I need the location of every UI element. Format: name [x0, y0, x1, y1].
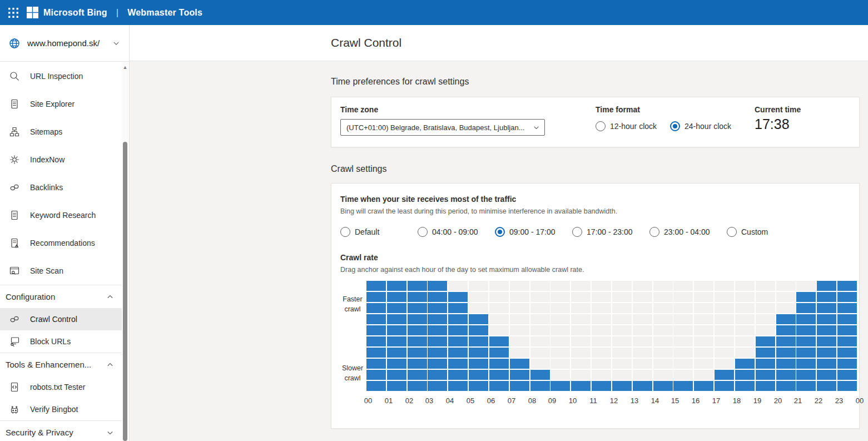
crawl-rate-cell[interactable] — [776, 303, 796, 313]
crawl-rate-cell[interactable] — [550, 336, 570, 346]
crawl-rate-cell[interactable] — [673, 359, 693, 369]
crawl-rate-cell[interactable] — [550, 370, 570, 380]
crawl-rate-cell[interactable] — [715, 292, 734, 302]
sidebar-item-sitemaps[interactable]: Sitemaps — [0, 118, 122, 146]
crawl-rate-cell[interactable] — [633, 325, 652, 335]
crawl-rate-cell[interactable] — [694, 281, 713, 291]
crawl-rate-cell[interactable] — [612, 348, 632, 358]
crawl-rate-cell[interactable] — [448, 281, 468, 291]
crawl-rate-cell[interactable] — [612, 336, 632, 346]
radio-option[interactable]: 24-hour clock — [670, 121, 731, 131]
sidebar-group-header[interactable]: Tools & Enhancemen... — [0, 353, 122, 376]
crawl-rate-cell[interactable] — [735, 314, 755, 324]
crawl-rate-cell[interactable] — [469, 381, 488, 391]
crawl-rate-cell[interactable] — [817, 303, 836, 313]
crawl-rate-cell[interactable] — [592, 314, 611, 324]
crawl-rate-cell[interactable] — [673, 381, 693, 391]
crawl-rate-cell[interactable] — [387, 314, 406, 324]
crawl-rate-cell[interactable] — [776, 336, 796, 346]
crawl-rate-cell[interactable] — [837, 370, 857, 380]
crawl-rate-cell[interactable] — [366, 303, 386, 313]
crawl-rate-cell[interactable] — [837, 381, 857, 391]
crawl-rate-cell[interactable] — [837, 325, 857, 335]
crawl-rate-cell[interactable] — [694, 348, 713, 358]
crawl-rate-cell[interactable] — [387, 292, 406, 302]
crawl-rate-cell[interactable] — [571, 292, 591, 302]
sidebar-item-verify-bingbot[interactable]: Verify Bingbot — [0, 398, 122, 420]
sidebar-item-site-explorer[interactable]: Site Explorer — [0, 90, 122, 118]
crawl-rate-cell[interactable] — [837, 292, 857, 302]
crawl-rate-cell[interactable] — [428, 292, 447, 302]
crawl-rate-cell[interactable] — [550, 325, 570, 335]
crawl-rate-cell[interactable] — [571, 325, 591, 335]
crawl-rate-cell[interactable] — [735, 381, 755, 391]
crawl-rate-cell[interactable] — [756, 292, 775, 302]
crawl-rate-cell[interactable] — [592, 370, 611, 380]
crawl-rate-cell[interactable] — [428, 303, 447, 313]
crawl-rate-cell[interactable] — [592, 325, 611, 335]
sidebar-item-recommendations[interactable]: Recommendations — [0, 229, 122, 257]
crawl-rate-cell[interactable] — [571, 303, 591, 313]
crawl-rate-cell[interactable] — [653, 359, 673, 369]
crawl-rate-cell[interactable] — [592, 359, 611, 369]
crawl-rate-cell[interactable] — [796, 359, 816, 369]
crawl-rate-cell[interactable] — [489, 314, 509, 324]
crawl-rate-cell[interactable] — [817, 348, 836, 358]
crawl-rate-cell[interactable] — [776, 359, 796, 369]
crawl-rate-cell[interactable] — [633, 303, 652, 313]
crawl-rate-cell[interactable] — [694, 381, 713, 391]
crawl-rate-cell[interactable] — [530, 281, 550, 291]
crawl-rate-cell[interactable] — [735, 359, 755, 369]
crawl-rate-cell[interactable] — [510, 292, 529, 302]
crawl-rate-cell[interactable] — [633, 292, 652, 302]
crawl-rate-cell[interactable] — [489, 336, 509, 346]
crawl-rate-cell[interactable] — [489, 381, 509, 391]
crawl-rate-cell[interactable] — [530, 303, 550, 313]
crawl-rate-cell[interactable] — [612, 314, 632, 324]
crawl-rate-cell[interactable] — [489, 292, 509, 302]
crawl-rate-cell[interactable] — [673, 370, 693, 380]
crawl-rate-cell[interactable] — [837, 359, 857, 369]
crawl-rate-cell[interactable] — [796, 303, 816, 313]
crawl-rate-cell[interactable] — [715, 303, 734, 313]
crawl-rate-cell[interactable] — [796, 348, 816, 358]
crawl-rate-cell[interactable] — [510, 381, 529, 391]
crawl-rate-cell[interactable] — [530, 336, 550, 346]
crawl-rate-cell[interactable] — [550, 292, 570, 302]
crawl-rate-cell[interactable] — [735, 281, 755, 291]
crawl-rate-cell[interactable] — [633, 336, 652, 346]
crawl-rate-cell[interactable] — [571, 381, 591, 391]
crawl-rate-cell[interactable] — [735, 336, 755, 346]
crawl-rate-cell[interactable] — [612, 292, 632, 302]
crawl-rate-cell[interactable] — [448, 336, 468, 346]
crawl-rate-cell[interactable] — [673, 336, 693, 346]
crawl-rate-cell[interactable] — [510, 314, 529, 324]
crawl-rate-cell[interactable] — [837, 314, 857, 324]
crawl-rate-cell[interactable] — [776, 281, 796, 291]
crawl-rate-cell[interactable] — [550, 359, 570, 369]
crawl-rate-cell[interactable] — [673, 303, 693, 313]
crawl-rate-cell[interactable] — [633, 281, 652, 291]
crawl-rate-cell[interactable] — [715, 314, 734, 324]
crawl-rate-cell[interactable] — [428, 348, 447, 358]
crawl-rate-cell[interactable] — [592, 381, 611, 391]
crawl-rate-cell[interactable] — [817, 359, 836, 369]
crawl-rate-cell[interactable] — [796, 370, 816, 380]
sidebar-scrollbar[interactable]: ▲ — [122, 62, 128, 441]
crawl-rate-cell[interactable] — [715, 348, 734, 358]
crawl-rate-cell[interactable] — [448, 314, 468, 324]
crawl-rate-cell[interactable] — [571, 359, 591, 369]
radio-unselected-icon[interactable] — [572, 227, 582, 237]
crawl-rate-cell[interactable] — [776, 370, 796, 380]
crawl-rate-cell[interactable] — [796, 281, 816, 291]
crawl-rate-cell[interactable] — [612, 359, 632, 369]
crawl-rate-cell[interactable] — [448, 292, 468, 302]
crawl-rate-cell[interactable] — [756, 359, 775, 369]
crawl-rate-cell[interactable] — [448, 359, 468, 369]
crawl-rate-cell[interactable] — [694, 370, 713, 380]
crawl-rate-cell[interactable] — [715, 281, 734, 291]
radio-option[interactable]: 23:00 - 04:00 — [649, 227, 727, 237]
crawl-rate-cell[interactable] — [756, 370, 775, 380]
crawl-rate-cell[interactable] — [796, 325, 816, 335]
crawl-rate-cell[interactable] — [408, 336, 427, 346]
